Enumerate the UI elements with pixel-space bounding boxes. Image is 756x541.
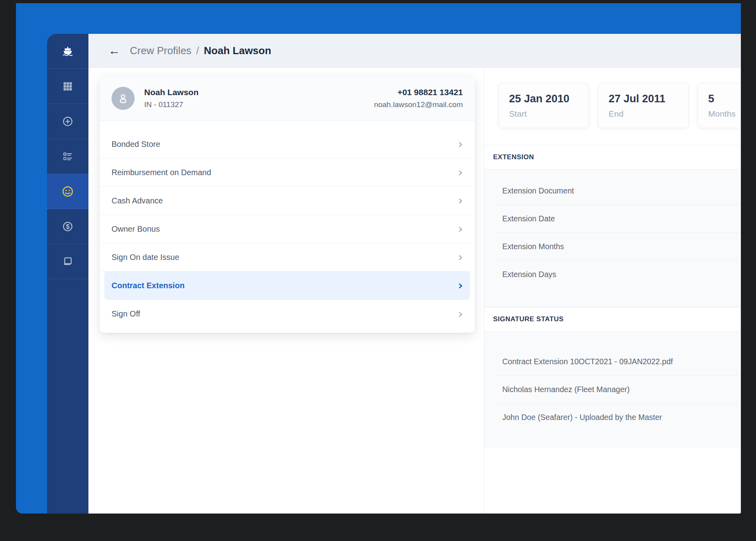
extension-days-row[interactable]: Extension Days — [494, 260, 741, 288]
content: Noah Lawson IN - 011327 +01 98821 13421 … — [88, 68, 741, 514]
start-date-value: 25 Jan 2010 — [509, 93, 589, 105]
detail-panel: 25 Jan 2010 Start 27 Jul 2011 End 5 Mont… — [484, 68, 741, 514]
end-date-card: 27 Jul 2011 End — [598, 83, 689, 128]
end-date-label: End — [609, 109, 688, 119]
chevron-right-icon: › — [458, 139, 463, 149]
profile-email: noah.lawson12@mail.com — [374, 100, 463, 109]
back-arrow-icon[interactable]: ← — [108, 45, 120, 57]
menu-item-sign-on-date-issue[interactable]: Sign On date Issue › — [100, 243, 475, 271]
page-header: ← Crew Profiles / Noah Lawson — [88, 34, 741, 68]
menu-item-label: Cash Advance — [112, 196, 163, 205]
signature-seafarer-row: John Doe (Seafarer) - Uploaded by the Ma… — [494, 403, 741, 431]
menu-item-sign-off[interactable]: Sign Off › — [100, 300, 475, 328]
profile-card: Noah Lawson IN - 011327 +01 98821 13421 … — [100, 76, 475, 333]
chevron-right-icon: › — [458, 224, 463, 234]
extension-section-header: EXTENSION — [484, 145, 741, 170]
end-date-value: 27 Jul 2011 — [609, 93, 688, 105]
contract-summary-cards: 25 Jan 2010 Start 27 Jul 2011 End 5 Mont… — [484, 68, 741, 128]
menu-item-reimbursement[interactable]: Reimbursement on Demand › — [100, 158, 475, 187]
profile-menu: Bonded Store › Reimbursement on Demand ›… — [100, 121, 475, 333]
crew-icon — [61, 185, 74, 198]
signature-status-section-body: Contract Extension 10OCT2021 - 09JAN2022… — [484, 332, 741, 447]
extension-date-row[interactable]: Extension Date — [494, 205, 741, 232]
menu-item-contract-extension[interactable]: Contract Extension › — [104, 271, 470, 300]
extension-document-row[interactable]: Extension Document — [494, 177, 741, 205]
menu-item-cash-advance[interactable]: Cash Advance › — [100, 187, 475, 215]
plus-circle-icon — [62, 115, 74, 127]
breadcrumb-separator: / — [196, 45, 199, 57]
sidebar-item-crew[interactable] — [47, 174, 88, 209]
grid-icon — [62, 81, 73, 92]
chevron-right-icon: › — [458, 309, 463, 319]
signature-fleet-manager-row: Nicholas Hernandez (Fleet Manager) — [494, 375, 741, 403]
menu-item-bonded-store[interactable]: Bonded Store › — [100, 130, 475, 158]
avatar — [112, 87, 135, 110]
menu-item-label: Reimbursement on Demand — [112, 168, 211, 177]
sidebar-item-devices[interactable] — [47, 244, 88, 279]
extension-section-body: Extension Document Extension Date Extens… — [484, 170, 741, 307]
page-title: Noah Lawson — [204, 45, 271, 57]
start-date-label: Start — [509, 109, 589, 119]
profile-phone: +01 98821 13421 — [374, 88, 463, 97]
menu-item-label: Sign Off — [112, 309, 140, 318]
menu-item-owner-bonus[interactable]: Owner Bonus › — [100, 215, 475, 243]
chevron-right-icon: › — [458, 252, 463, 262]
chevron-right-icon: › — [458, 281, 463, 290]
profile-id: IN - 011327 — [144, 100, 199, 109]
menu-item-label: Bonded Store — [112, 140, 160, 149]
task-list-icon — [62, 151, 73, 162]
months-label: Months — [708, 109, 741, 119]
profile-contact: +01 98821 13421 noah.lawson12@mail.com — [374, 88, 463, 109]
months-card: 5 Months — [697, 83, 741, 128]
sidebar-item-ship[interactable] — [47, 34, 88, 69]
months-value: 5 — [708, 93, 741, 105]
profile-name-block: Noah Lawson IN - 011327 — [144, 88, 199, 109]
menu-item-label: Sign On date Issue — [112, 253, 179, 262]
sidebar-item-add[interactable] — [47, 104, 88, 139]
start-date-card: 25 Jan 2010 Start — [498, 83, 589, 128]
breadcrumb-crew-profiles[interactable]: Crew Profiles — [130, 45, 192, 57]
signature-status-section-header: SIGNATURE STATUS — [484, 307, 741, 332]
chevron-right-icon: › — [458, 196, 463, 205]
dollar-circle-icon: $ — [62, 221, 74, 232]
main-area: ← Crew Profiles / Noah Lawson — [88, 34, 741, 514]
profile-identity: Noah Lawson IN - 011327 — [112, 87, 199, 110]
breadcrumb: Crew Profiles / Noah Lawson — [130, 45, 271, 57]
sidebar: $ — [47, 34, 88, 514]
sidebar-item-tasks[interactable] — [47, 139, 88, 174]
svg-text:$: $ — [66, 223, 69, 230]
signature-document-row[interactable]: Contract Extension 10OCT2021 - 09JAN2022… — [494, 348, 741, 375]
profile-summary: Noah Lawson IN - 011327 +01 98821 13421 … — [100, 76, 475, 121]
menu-item-label: Owner Bonus — [112, 225, 160, 234]
sidebar-item-dashboard[interactable] — [47, 69, 88, 104]
sidebar-item-payroll[interactable]: $ — [47, 209, 88, 244]
chevron-right-icon: › — [458, 168, 463, 177]
app-window: $ ← Crew Profiles / Noah Lawson — [16, 3, 741, 514]
menu-item-label: Contract Extension — [112, 281, 184, 290]
ship-icon — [62, 45, 74, 57]
left-column: Noah Lawson IN - 011327 +01 98821 13421 … — [88, 68, 484, 514]
profile-name: Noah Lawson — [144, 88, 199, 97]
laptop-icon — [62, 256, 74, 268]
extension-months-row[interactable]: Extension Months — [494, 232, 741, 260]
